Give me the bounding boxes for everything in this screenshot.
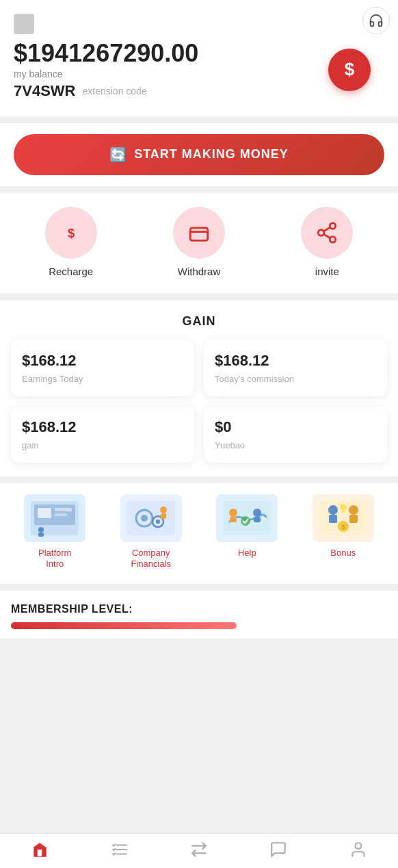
headset-icon (369, 13, 384, 28)
svg-text:$: $ (68, 226, 75, 240)
svg-rect-2 (190, 228, 208, 240)
platform-intro-image (24, 494, 85, 542)
membership-title: MEMBERSHIP LEVEL: (11, 603, 387, 615)
svg-rect-37 (342, 511, 345, 513)
svg-rect-31 (329, 515, 337, 523)
help-label: Help (238, 548, 256, 559)
recharge-action[interactable]: $ Recharge (45, 207, 97, 277)
svg-point-28 (241, 516, 250, 526)
header-card: $1941267290.00 my balance 7V4SWR extensi… (0, 0, 398, 116)
svg-point-30 (328, 505, 338, 515)
withdraw-label: Withdraw (178, 266, 221, 277)
earnings-today-desc: Earnings Today (22, 374, 83, 384)
balance-amount: $1941267290.00 (14, 40, 330, 67)
svg-rect-22 (161, 513, 166, 519)
svg-rect-16 (127, 501, 175, 535)
card-icon (187, 221, 211, 244)
svg-rect-25 (230, 517, 237, 522)
bonus-image: $ (313, 494, 374, 542)
money-icon: 🔄 (109, 146, 127, 163)
svg-point-24 (229, 509, 237, 517)
gain-card: $168.12 gain (11, 406, 194, 463)
svg-point-6 (330, 236, 336, 242)
nav-home[interactable] (0, 841, 79, 858)
svg-rect-11 (38, 508, 51, 518)
company-financials-label: CompanyFinancials (131, 548, 171, 571)
dollar-circle-icon: $ (59, 221, 83, 244)
svg-rect-15 (38, 533, 44, 537)
support-button[interactable] (362, 7, 390, 34)
gain-grid: $168.12 Earnings Today $168.12 Today's c… (11, 340, 387, 463)
svg-point-32 (349, 505, 358, 515)
recharge-circle: $ (45, 207, 97, 259)
gain-value: $168.12 (22, 418, 77, 436)
extension-label: extension code (82, 86, 146, 97)
svg-point-21 (160, 507, 167, 513)
bonus-illustration: $ (316, 498, 371, 539)
earnings-today-value: $168.12 (22, 352, 77, 370)
gain-title: GAIN (11, 314, 387, 329)
nav-profile[interactable] (319, 841, 398, 858)
shortcuts-section: PlatformIntro CompanyFinancials (0, 483, 398, 585)
membership-section: MEMBERSHIP LEVEL: (0, 591, 398, 639)
svg-point-20 (156, 520, 160, 524)
membership-bar (11, 622, 237, 629)
help-illustration (220, 498, 274, 539)
bottom-nav (0, 833, 398, 868)
svg-point-36 (340, 504, 347, 511)
invite-action[interactable]: invite (301, 207, 353, 277)
help-image (216, 494, 278, 542)
cta-label: START MAKING MONEY (134, 147, 289, 162)
nav-transfer[interactable] (159, 841, 239, 858)
bonus-label: Bonus (330, 548, 356, 559)
company-financials-shortcut[interactable]: CompanyFinancials (114, 494, 189, 571)
invite-circle (301, 207, 353, 259)
app-logo (14, 14, 34, 34)
svg-point-18 (141, 515, 148, 522)
svg-rect-27 (254, 517, 261, 522)
withdraw-action[interactable]: Withdraw (173, 207, 225, 277)
cta-section: 🔄 START MAKING MONEY (0, 123, 398, 186)
tasks-icon (111, 841, 129, 858)
nav-tasks[interactable] (79, 841, 159, 858)
recharge-label: Recharge (49, 266, 93, 277)
balance-label: my balance (14, 68, 330, 79)
bonus-shortcut[interactable]: $ Bonus (306, 494, 381, 559)
withdraw-circle (173, 207, 225, 259)
company-illustration (124, 498, 178, 539)
svg-point-5 (319, 229, 325, 235)
dollar-symbol: $ (345, 59, 354, 80)
start-making-money-button[interactable]: 🔄 START MAKING MONEY (14, 134, 384, 175)
commission-today-desc: Today's commission (215, 374, 294, 384)
share-icon (315, 221, 339, 244)
yuebao-desc: Yuebao (215, 440, 245, 450)
home-icon (31, 841, 49, 858)
svg-line-8 (323, 227, 330, 231)
messages-icon (269, 841, 287, 858)
svg-point-44 (355, 843, 361, 849)
yuebao-value: $0 (215, 418, 231, 436)
extension-code: 7V4SWR (14, 82, 75, 100)
gain-desc: gain (22, 440, 39, 450)
yuebao-card: $0 Yuebao (204, 406, 387, 463)
dollar-circle[interactable]: $ (328, 49, 371, 91)
help-shortcut[interactable]: Help (209, 494, 284, 559)
svg-point-14 (38, 527, 44, 533)
svg-rect-13 (55, 513, 67, 516)
svg-text:$: $ (341, 524, 345, 531)
company-financials-image (120, 494, 182, 542)
transfer-icon (190, 841, 208, 858)
svg-rect-12 (55, 508, 72, 511)
gain-section: GAIN $168.12 Earnings Today $168.12 Toda… (0, 301, 398, 476)
invite-label: invite (315, 266, 339, 277)
platform-intro-shortcut[interactable]: PlatformIntro (17, 494, 92, 571)
actions-section: $ Recharge Withdraw invite (0, 193, 398, 294)
platform-illustration (27, 498, 82, 539)
nav-messages[interactable] (239, 841, 318, 858)
svg-line-7 (323, 234, 330, 238)
earnings-today-card: $168.12 Earnings Today (11, 340, 194, 396)
profile-icon (349, 841, 367, 858)
platform-intro-label: PlatformIntro (38, 548, 71, 571)
svg-point-26 (253, 509, 261, 517)
svg-point-4 (330, 222, 336, 229)
